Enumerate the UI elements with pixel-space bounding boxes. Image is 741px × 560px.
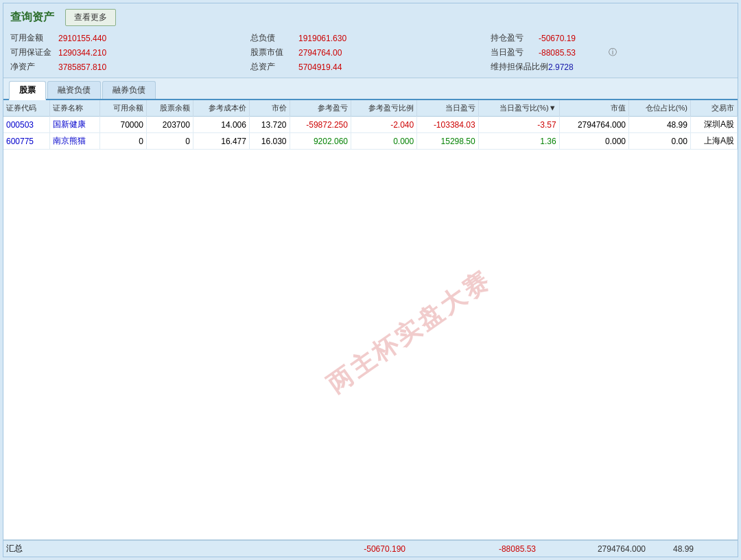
main-container: 查询资产 查看更多 可用金额 2910155.440 总负债 1919061.6…: [3, 3, 738, 557]
stat-row-maintenance-ratio: 维持担保品比例 2.9728: [491, 60, 731, 73]
col-header-pos-pct: 仓位占比(%): [629, 100, 691, 117]
footer-pos-pct: 48.99: [646, 544, 694, 554]
stat-row-net-assets: 净资产 3785857.810: [10, 60, 250, 73]
stat-value-available-funds: 2910155.440: [58, 34, 127, 43]
table-cell[interactable]: 000503: [3, 117, 49, 133]
stat-value-position-pnl: -50670.19: [539, 34, 607, 43]
stat-row-day-pnl: 当日盈亏 -88085.53 ⓘ: [491, 46, 731, 59]
stat-row-available-funds: 可用金额 2910155.440: [10, 32, 250, 45]
table-cell: 0.000: [559, 133, 628, 150]
table-cell[interactable]: 600775: [3, 133, 49, 150]
stat-row-stock-value: 股票市值 2794764.00: [250, 46, 491, 59]
col-header-balance: 股票余额: [146, 100, 193, 117]
stat-value-day-pnl: -88085.53: [539, 48, 607, 58]
stat-label-total-assets: 总资产: [250, 61, 298, 73]
view-more-button[interactable]: 查看更多: [65, 9, 116, 26]
table-cell: 13.720: [249, 117, 290, 133]
table-cell: 2794764.000: [559, 117, 628, 133]
stat-label-total-debt: 总负债: [250, 32, 298, 44]
stat-label-net-assets: 净资产: [10, 61, 58, 73]
table-cell: 0.000: [351, 133, 416, 150]
footer-label: 汇总: [6, 543, 61, 555]
table-cell: 深圳A股: [690, 117, 737, 133]
stat-label-available-funds: 可用金额: [10, 32, 58, 44]
stat-row-margin: 可用保证金 1290344.210: [10, 46, 250, 59]
table-cell: 14.006: [193, 117, 249, 133]
table-cell: -103384.03: [417, 117, 478, 133]
col-header-day-pnl-pct[interactable]: 当日盈亏比(%)▼: [478, 100, 559, 117]
table-cell: 0: [146, 133, 193, 150]
stats-grid: 可用金额 2910155.440 总负债 1919061.630 持仓盈亏 -5…: [10, 32, 731, 73]
table-cell: 48.99: [629, 117, 691, 133]
stat-label-maintenance-ratio: 维持担保品比例: [491, 61, 548, 73]
stat-value-net-assets: 3785857.810: [58, 62, 127, 72]
stat-row-total-assets: 总资产 5704919.44: [250, 60, 491, 73]
table-section: 两主杯实盘大赛 证券代码 证券名称 可用余额 股票余额 参考成本价 市价 参考盈…: [3, 100, 738, 557]
col-header-name: 证券名称: [49, 100, 99, 117]
col-header-day-pnl: 当日盈亏: [417, 100, 478, 117]
table-cell: 0: [99, 133, 146, 150]
table-cell: 70000: [99, 117, 146, 133]
info-icon[interactable]: ⓘ: [609, 47, 617, 58]
table-cell: 上海A股: [690, 133, 737, 150]
stat-label-margin: 可用保证金: [10, 47, 58, 58]
watermark: 两主杯实盘大赛: [320, 263, 497, 401]
footer-mkt-val: 2794764.000: [556, 544, 646, 554]
stat-value-margin: 1290344.210: [58, 48, 127, 58]
col-header-market: 交易市: [690, 100, 737, 117]
table-cell: -2.040: [351, 117, 416, 133]
col-header-mkt-val: 市值: [559, 100, 628, 117]
stat-value-total-debt: 1919061.630: [298, 34, 367, 43]
table-cell: 16.477: [193, 133, 249, 150]
holdings-table: 证券代码 证券名称 可用余额 股票余额 参考成本价 市价 参考盈亏 参考盈亏比例…: [3, 100, 738, 150]
page-title: 查询资产: [10, 10, 54, 25]
col-header-cost: 参考成本价: [193, 100, 249, 117]
table-cell: 203700: [146, 117, 193, 133]
stat-row-position-pnl: 持仓盈亏 -50670.19: [491, 32, 731, 45]
tab-short-debt[interactable]: 融券负债: [102, 81, 156, 99]
table-cell: -3.57: [478, 117, 559, 133]
table-cell: -59872.250: [290, 117, 351, 133]
tabs-section: 股票 融资负债 融券负债: [3, 78, 738, 100]
table-row: 600775南京熊猫0016.47716.0309202.0600.000152…: [3, 133, 738, 150]
table-cell: 0.00: [629, 133, 691, 150]
stat-label-day-pnl: 当日盈亏: [491, 47, 539, 58]
col-header-market-price: 市价: [249, 100, 290, 117]
stat-label-stock-value: 股票市值: [250, 47, 298, 58]
header-top: 查询资产 查看更多: [10, 9, 731, 26]
table-cell: 9202.060: [290, 133, 351, 150]
footer-day-pnl: -88085.53: [447, 544, 536, 554]
stat-value-stock-value: 2794764.00: [298, 48, 367, 58]
stat-value-maintenance-ratio: 2.9728: [548, 62, 617, 72]
col-header-code: 证券代码: [3, 100, 49, 117]
header-section: 查询资产 查看更多 可用金额 2910155.440 总负债 1919061.6…: [3, 3, 738, 78]
col-header-ref-pnl: 参考盈亏: [290, 100, 351, 117]
table-cell: 16.030: [249, 133, 290, 150]
table-row: 000503国新健康7000020370014.00613.720-59872.…: [3, 117, 738, 133]
col-header-avail: 可用余额: [99, 100, 146, 117]
table-header-row: 证券代码 证券名称 可用余额 股票余额 参考成本价 市价 参考盈亏 参考盈亏比例…: [3, 100, 738, 117]
stat-value-total-assets: 5704919.44: [298, 62, 367, 72]
table-cell: 1.36: [478, 133, 559, 150]
footer-summary: 汇总 -50670.190 -88085.53 2794764.000 48.9…: [3, 539, 738, 557]
tab-margin-debt[interactable]: 融资负债: [47, 81, 101, 99]
table-cell: 15298.50: [417, 133, 478, 150]
footer-ref-pnl: -50670.190: [117, 544, 405, 554]
table-cell[interactable]: 南京熊猫: [49, 133, 99, 150]
stat-row-total-debt: 总负债 1919061.630: [250, 32, 491, 45]
stat-label-position-pnl: 持仓盈亏: [491, 32, 539, 44]
col-header-ref-pnl-pct: 参考盈亏比例: [351, 100, 416, 117]
tab-stocks[interactable]: 股票: [9, 81, 46, 100]
table-cell[interactable]: 国新健康: [49, 117, 99, 133]
